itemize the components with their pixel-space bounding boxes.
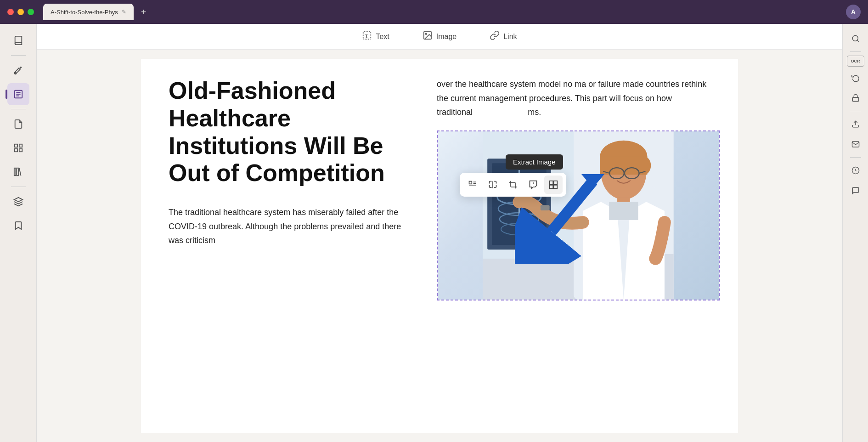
close-button[interactable] [7, 9, 14, 15]
ocr-button[interactable]: OCR [847, 56, 864, 67]
image-tool-icon [423, 30, 433, 43]
chat-button[interactable] [846, 181, 865, 200]
doc-right-column: over the healthcare system model no ma o… [428, 59, 738, 433]
svg-rect-9 [14, 168, 16, 176]
right-divider-3 [850, 157, 861, 158]
sidebar-divider-1 [11, 55, 26, 56]
image-selection-box[interactable] [437, 130, 720, 300]
svg-rect-53 [852, 97, 859, 101]
tab-area: A-Shift-to-Solve-the-Phys ✎ + [43, 4, 150, 20]
maximize-button[interactable] [28, 9, 34, 15]
svg-rect-8 [19, 149, 22, 152]
left-sidebar [0, 24, 37, 442]
svg-rect-7 [14, 149, 17, 152]
svg-rect-50 [541, 205, 550, 210]
top-toolbar: T Text Image [37, 24, 842, 50]
toolbar-text-item[interactable]: T Text [356, 27, 395, 46]
svg-rect-10 [17, 168, 18, 176]
right-sidebar: OCR [842, 24, 868, 442]
svg-rect-22 [550, 185, 553, 189]
crop-button[interactable] [504, 176, 522, 194]
save-button[interactable] [846, 161, 865, 180]
doc-right-text: over the healthcare system model no ma o… [437, 77, 720, 119]
sidebar-icon-library[interactable] [7, 161, 29, 183]
sidebar-icon-brush[interactable] [7, 59, 29, 81]
doc-left-column: Old-Fashioned Healthcare Institutions Wi… [141, 59, 428, 433]
search-icon-btn[interactable] [846, 29, 865, 48]
right-divider-2 [850, 111, 861, 111]
doctor-image-svg [438, 131, 719, 300]
traffic-lights [7, 9, 34, 15]
sidebar-divider-2 [11, 109, 26, 109]
title-bar: A-Shift-to-Solve-the-Phys ✎ + A [0, 0, 868, 24]
svg-rect-21 [554, 181, 558, 184]
add-tab-button[interactable]: + [137, 5, 150, 19]
user-avatar[interactable]: A [846, 5, 861, 19]
sidebar-icon-edit[interactable] [7, 83, 29, 105]
svg-marker-11 [14, 198, 22, 202]
svg-rect-16 [469, 181, 472, 184]
svg-rect-49 [609, 202, 638, 220]
sidebar-icon-layers[interactable] [7, 137, 29, 159]
svg-text:T: T [365, 33, 369, 39]
flip-button[interactable] [484, 176, 502, 194]
doc-body-text: The traditional healthcare system has mi… [169, 205, 406, 248]
doc-title: Old-Fashioned Healthcare Institutions Wi… [169, 77, 406, 187]
text-tool-label: Text [376, 33, 389, 41]
sidebar-icon-book[interactable] [7, 29, 29, 51]
sidebar-divider-3 [11, 187, 26, 187]
right-divider-1 [850, 51, 861, 52]
svg-rect-5 [14, 144, 17, 147]
replace-button[interactable] [524, 176, 542, 194]
sidebar-icon-pages[interactable] [7, 113, 29, 135]
link-tool-icon [490, 30, 500, 43]
doc-content: Old-Fashioned Healthcare Institutions Wi… [37, 50, 842, 442]
svg-rect-6 [19, 144, 22, 147]
main-area: T Text Image [0, 24, 868, 442]
minimize-button[interactable] [17, 9, 24, 15]
image-tool-label: Image [436, 33, 457, 41]
image-container: Extract Image [437, 130, 720, 300]
content-area: T Text Image [37, 24, 842, 442]
extract-image-tooltip: Extract Image [506, 154, 563, 170]
edit-tab-icon[interactable]: ✎ [122, 9, 126, 15]
wrap-text-button[interactable] [463, 176, 482, 194]
svg-line-52 [857, 40, 858, 41]
active-indicator [6, 90, 7, 99]
active-tab[interactable]: A-Shift-to-Solve-the-Phys ✎ [43, 4, 134, 20]
svg-point-51 [852, 35, 858, 41]
svg-point-15 [425, 33, 427, 34]
doc-page: Old-Fashioned Healthcare Institutions Wi… [141, 59, 738, 433]
sidebar-icon-stack[interactable] [7, 191, 29, 213]
toolbar-image-item[interactable]: Image [417, 27, 462, 46]
link-tool-label: Link [503, 33, 517, 41]
sidebar-icon-bookmark[interactable] [7, 215, 29, 237]
svg-rect-20 [550, 181, 553, 184]
refresh-button[interactable] [846, 68, 865, 87]
svg-rect-23 [554, 185, 558, 189]
lock-button[interactable] [846, 89, 865, 107]
floating-toolbar [460, 173, 566, 197]
tab-label: A-Shift-to-Solve-the-Phys [51, 9, 118, 16]
mail-button[interactable] [846, 135, 865, 153]
text-tool-icon: T [362, 30, 372, 43]
upload-button[interactable] [846, 115, 865, 133]
toolbar-link-item[interactable]: Link [484, 27, 522, 46]
extract-image-button[interactable] [544, 176, 563, 194]
doctor-image [438, 131, 719, 300]
